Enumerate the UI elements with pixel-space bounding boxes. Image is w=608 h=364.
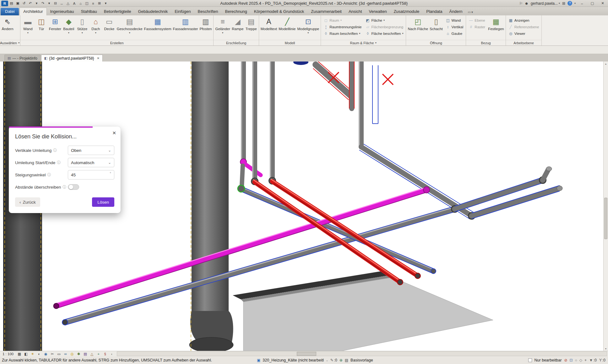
umleitung-start-ende-select[interactable]: Automatisch⌄ [68, 158, 114, 167]
stutze-button[interactable]: ▯Stütze▾ [76, 16, 89, 39]
flache-button[interactable]: ◩Fläche▾ [365, 18, 404, 23]
panel-label-modell[interactable]: Modell [259, 40, 321, 46]
ribbon-tab-stahlbau[interactable]: Stahlbau [77, 8, 100, 15]
people-icon[interactable]: ☻ [524, 1, 529, 6]
ribbon-tab-korpermodell-grundstuck[interactable]: Körpermodell & Grundstück [251, 8, 308, 15]
back-button[interactable]: ‹ Zurück [15, 197, 40, 207]
close-icon[interactable]: ✕ [97, 56, 100, 60]
ribbon-display-toggle[interactable]: ▭ ▾ [468, 10, 473, 14]
ribbon-tab-gebaudetechnik[interactable]: Gebäudetechnik [134, 8, 171, 15]
crop-view-icon[interactable]: ✂ [49, 351, 56, 356]
wand-button[interactable]: ▬Wand▾ [21, 16, 35, 39]
chevron-down-icon[interactable]: ⌄ [326, 359, 328, 362]
drag-on-selection-icon[interactable]: + [584, 358, 587, 362]
highlight-displacement-icon[interactable]: + [95, 351, 102, 356]
raumtrennungslinie-button[interactable]: ¦Raumtrennungslinie [323, 24, 362, 29]
viewer-button[interactable]: ◎Viewer [508, 31, 540, 36]
reveal-hidden-icon[interactable]: ◎ [69, 351, 75, 356]
scroll-left-icon[interactable]: ‹ [108, 351, 115, 356]
solve-button[interactable]: Lösen [92, 197, 114, 207]
temporary-hide-isolate-icon[interactable]: ∞ [62, 351, 69, 356]
gaube-button[interactable]: ⌂Gaube [445, 31, 464, 36]
modelltext-button[interactable]: AModelltext [260, 16, 278, 39]
fenster-button[interactable]: ⊞Fenster [48, 16, 62, 39]
duct-column[interactable] [189, 62, 233, 351]
pfosten-button[interactable]: ▥Pfosten [199, 16, 212, 39]
pipes-vertical-center[interactable] [240, 62, 276, 186]
detail-level-icon[interactable]: ▦ [16, 351, 23, 356]
print-icon[interactable]: ⊟ [52, 1, 58, 6]
ribbon-tab-zusammenarbeit[interactable]: Zusammenarbeit [307, 8, 345, 15]
undo-dropdown-icon[interactable]: ▾ [34, 1, 40, 6]
maximize-button[interactable]: ▢ [588, 1, 596, 6]
nach-flache-button[interactable]: ◰Nach Fläche [407, 16, 429, 39]
worksharing-status-icon[interactable]: ⊕ [339, 358, 343, 362]
sun-path-icon[interactable]: ☀ [29, 351, 36, 356]
scroll-down-icon[interactable]: ▼ [604, 346, 608, 351]
bauteil-button[interactable]: ◆Bauteil▾ [62, 16, 75, 39]
panel-label-raum-flache[interactable]: Raum & Fläche▼ [321, 40, 406, 46]
drawing-area[interactable]: ✕ Lösen Sie die Kollision... Vertikale U… [0, 62, 603, 351]
panel-label-arbeitsebene[interactable]: Arbeitsebene [506, 40, 542, 46]
ribbon-tab-ansicht[interactable]: Ansicht [345, 8, 366, 15]
save-icon[interactable]: ▣ [15, 1, 21, 6]
selection-filter-count[interactable]: Y:0 [599, 358, 605, 362]
help-dropdown-icon[interactable]: ▾ [574, 2, 576, 5]
ribbon-tab-verwalten[interactable]: Verwalten [366, 8, 390, 15]
minimize-button[interactable]: – [578, 1, 586, 6]
temporary-view-properties-icon[interactable]: ▤ [82, 351, 89, 356]
fassadensystem-button[interactable]: ▦Fassadensystem [144, 16, 172, 39]
qat-dropdown-icon[interactable]: ▾ [103, 1, 109, 6]
ribbon-tab-zusatzmodule[interactable]: Zusatzmodule [390, 8, 423, 15]
horizontal-scrollbar[interactable] [117, 351, 607, 356]
help-icon[interactable]: ? [567, 1, 572, 6]
ribbon-tab-datei[interactable]: Datei [1, 8, 19, 15]
geschossdecke-button[interactable]: ▤Geschossdecke▾ [116, 16, 143, 39]
rampe-button[interactable]: ◢Rampe [231, 16, 244, 39]
editing-requests[interactable]: ✎ :0 [330, 358, 337, 362]
editable-only-checkbox[interactable] [528, 358, 532, 362]
shadows-icon[interactable]: ◐ [36, 351, 42, 356]
fassadenraster-button[interactable]: ▥Fassadenraster [172, 16, 199, 39]
panel-label-erstellen[interactable]: Erstellen [20, 40, 214, 46]
close-button[interactable]: ✕ [599, 1, 607, 6]
select-pinned-icon[interactable]: ○ [575, 358, 577, 362]
modelllinie-button[interactable]: ╱Modelllinie [278, 16, 296, 39]
ribbon-tab-berechnung[interactable]: Berechnung [222, 8, 251, 15]
panel-label-erschliessung[interactable]: Erschließung [214, 40, 258, 46]
andern-button[interactable]: ⇖Ändern [1, 16, 14, 39]
horizontal-scroll-thumb[interactable] [297, 352, 316, 356]
view-tab-2[interactable]: ◧{3d -gerhard.pawlat4PT58}✕ [41, 55, 103, 62]
floor-slab[interactable] [233, 271, 493, 351]
ribbon-tab-ingenieurbau[interactable]: Ingenieurbau [47, 8, 78, 15]
active-workset-dropdown[interactable]: 320_Heizung_Kälte (nicht bearbeitl [263, 358, 324, 362]
tur-button[interactable]: ◫Tür [35, 16, 48, 39]
cart-icon[interactable]: ⊞ [562, 1, 565, 6]
measure-icon[interactable]: ↔ [59, 1, 65, 6]
reveal-constraints-icon[interactable]: § [102, 351, 108, 356]
text-icon[interactable]: A [71, 1, 77, 6]
modellgruppe-button[interactable]: ⊡Modellgruppe▾ [297, 16, 320, 39]
revit-logo[interactable]: R [1, 1, 8, 6]
design-options-icon[interactable]: ▤ [345, 358, 348, 362]
undo-icon[interactable]: ↶ [27, 1, 33, 6]
view-tab-1[interactable]: ▤--- - Projektinfo [4, 55, 41, 62]
panel-label-offnung[interactable]: Öffnung [406, 40, 466, 46]
close-icon[interactable]: ✕ [112, 130, 116, 136]
raum-beschriften-button[interactable]: ◊Raum beschriften▾ [323, 31, 362, 36]
pipe-cluster-top-right[interactable] [293, 62, 378, 124]
scale-button[interactable]: 1 : 100 [0, 352, 16, 356]
notification-icon[interactable]: ⚐ [519, 1, 523, 6]
vertikale-umleitung-select[interactable]: Oben⌄ [68, 146, 114, 155]
hide-analytical-model-icon[interactable]: △ [89, 351, 95, 356]
ribbon-tab-andern[interactable]: Ändern [446, 8, 466, 15]
redo-icon[interactable]: ↷ [40, 1, 46, 6]
exclude-options-icon[interactable]: ⊘ [564, 358, 567, 362]
aligned-dimension-icon[interactable]: △ [65, 1, 71, 6]
gelander-button[interactable]: ≡Geländer▾ [214, 16, 231, 39]
wand-button[interactable]: ◫Wand [445, 18, 464, 23]
ribbon-tab-betonfertigteile[interactable]: Betonfertigteile [100, 8, 135, 15]
ribbon-tab-beschriften[interactable]: Beschriften [194, 8, 221, 15]
filter-count[interactable]: ▼:0 [589, 358, 597, 362]
vertikal-button[interactable]: ↕Vertikal [445, 24, 464, 29]
